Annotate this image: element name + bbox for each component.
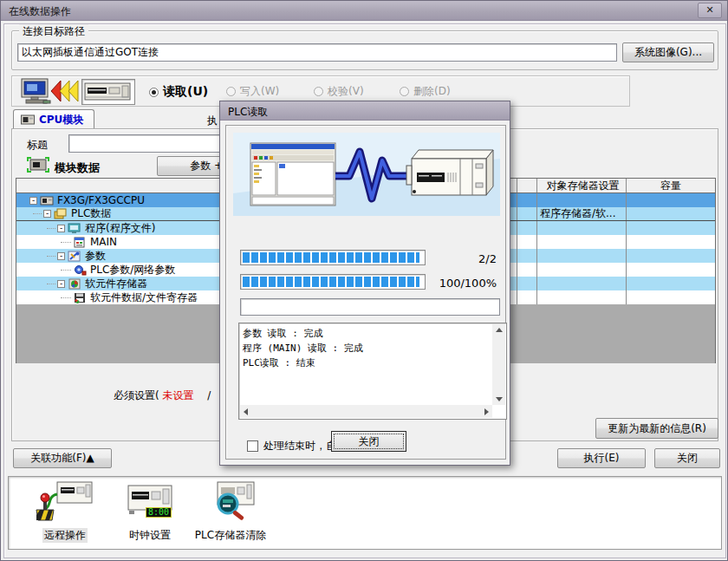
tree-expander[interactable]: -	[57, 252, 65, 260]
file-count-progressbar	[240, 250, 426, 265]
dialog-title-bar[interactable]: PLC读取	[220, 101, 510, 121]
scroll-up-icon[interactable]	[496, 328, 503, 332]
plc-device-icon	[81, 79, 135, 105]
plc-cpu-icon	[40, 195, 54, 206]
dialog-body: 2/2 100/100% 参数 读取 : 完成 程序 (MAIN) 读取 : 完…	[225, 125, 506, 460]
percent-progress-fill	[243, 277, 419, 287]
plc-memory-clear-item[interactable]: PLC存储器清除	[179, 480, 283, 543]
header-spare	[517, 179, 536, 192]
connection-path-group: 连接目标路径 以太网插板通信通过GOT连接 系统图像(G)...	[11, 30, 718, 70]
read-log-box[interactable]: 参数 读取 : 完成 程序 (MAIN) 读取 : 完成 PLC读取 : 结束	[238, 323, 507, 420]
tab-cpu-module[interactable]: CPU模块	[13, 109, 94, 129]
pc-to-plc-illustration	[233, 133, 500, 216]
connection-path-legend: 连接目标路径	[19, 24, 88, 39]
percent-label: 100/100%	[419, 277, 497, 290]
radio-read[interactable]: 读取(U)	[149, 84, 208, 98]
scroll-right-icon[interactable]	[484, 408, 489, 415]
related-functions-button[interactable]: 关联功能(F)▲	[13, 448, 112, 468]
radio-verify[interactable]: 校验(V)	[314, 84, 364, 98]
window-close-button[interactable]: 关闭	[654, 448, 720, 468]
online-data-operation-window: 在线数据操作 ✕ 连接目标路径 以太网插板通信通过GOT连接 系统图像(G)..…	[0, 0, 728, 561]
radio-write[interactable]: 写入(W)	[226, 84, 279, 98]
radio-delete[interactable]: 删除(D)	[400, 84, 451, 98]
connection-path-field[interactable]: 以太网插板通信通过GOT连接	[17, 43, 617, 62]
header-target-memory[interactable]: 对象存储器设置	[536, 179, 626, 192]
remote-operation-item[interactable]: 远程操作	[17, 480, 113, 543]
not-set-value: 未设置	[163, 389, 194, 401]
dialog-close-button[interactable]: 关闭	[331, 431, 406, 452]
radio-verify-circle	[314, 87, 323, 96]
plc-read-dialog: PLC读取	[219, 101, 510, 466]
scroll-left-icon[interactable]	[244, 408, 248, 415]
main-program-icon	[73, 237, 87, 248]
tree-expander[interactable]: -	[57, 280, 65, 288]
parameter-icon	[68, 251, 81, 262]
scroll-down-icon[interactable]	[496, 397, 503, 401]
execute-button[interactable]: 执行(E)	[557, 448, 646, 468]
current-item-field	[240, 298, 500, 316]
header-capacity[interactable]: 容量	[626, 179, 715, 192]
module-data-label: 模块数据	[55, 160, 100, 176]
module-data-icon	[27, 157, 49, 175]
file-count-progress-fill	[243, 252, 419, 263]
window-title: 在线数据操作	[9, 4, 71, 19]
plc-memory-clear-icon	[198, 514, 263, 526]
program-file-icon	[68, 223, 81, 234]
auto-close-checkbox[interactable]	[247, 440, 258, 452]
vertical-scrollbar[interactable]	[492, 324, 505, 405]
network-parameter-icon	[73, 264, 87, 276]
title-bar[interactable]: 在线数据操作 ✕	[1, 1, 727, 21]
dialog-title: PLC读取	[228, 105, 268, 120]
refresh-info-button[interactable]: 更新为最新的信息(R)	[595, 418, 718, 439]
percent-progressbar	[240, 274, 426, 290]
execute-target-clipped-text: 执	[207, 114, 218, 128]
tree-expander[interactable]: -	[29, 197, 37, 205]
horizontal-scrollbar[interactable]	[240, 405, 492, 418]
clock-setting-label: 时钟设置	[127, 528, 172, 543]
tree-expander[interactable]: -	[57, 225, 65, 232]
computer-icon	[19, 78, 54, 108]
remote-operation-icon	[33, 514, 97, 526]
file-count-label: 2/2	[419, 252, 497, 265]
device-data-icon	[73, 292, 87, 303]
remote-operation-label: 远程操作	[42, 528, 88, 543]
required-setting-text: 必须设置( 未设置 /	[114, 388, 211, 403]
system-image-button[interactable]: 系统图像(G)...	[622, 42, 714, 62]
clock-setting-icon: 8:00	[118, 480, 182, 526]
plc-data-folder-icon	[54, 208, 68, 219]
related-functions-panel: 远程操作 8:00 时钟设置	[8, 476, 722, 550]
radio-delete-circle	[400, 87, 409, 96]
transfer-direction-arrows-icon	[50, 79, 80, 106]
device-memory-icon	[68, 278, 81, 290]
radio-read-circle	[149, 88, 159, 97]
tree-expander[interactable]: -	[43, 210, 51, 218]
close-icon[interactable]: ✕	[698, 3, 722, 18]
data-title-label: 标题	[27, 138, 48, 153]
plc-memory-clear-label: PLC存储器清除	[193, 528, 268, 543]
read-log-text: 参数 读取 : 完成 程序 (MAIN) 读取 : 完成 PLC读取 : 结束	[243, 326, 491, 403]
clock-display: 8:00	[146, 507, 172, 518]
radio-write-circle	[226, 87, 236, 96]
